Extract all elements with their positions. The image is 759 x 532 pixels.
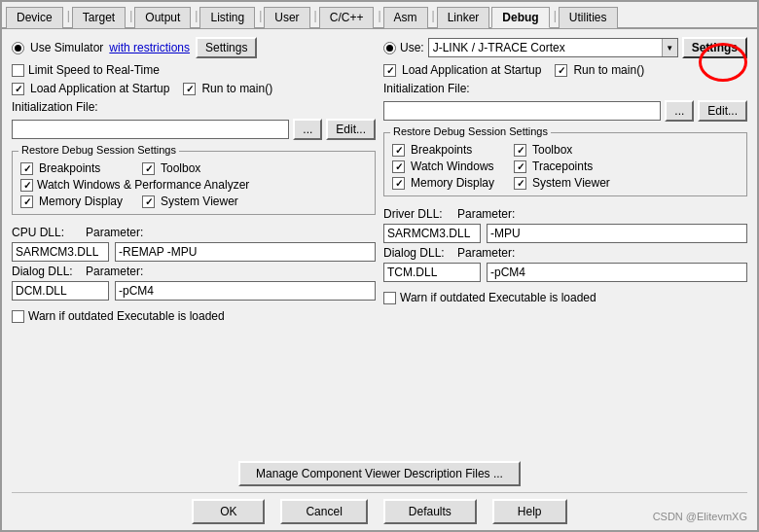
limit-speed-row: Limit Speed to Real-Time bbox=[12, 63, 376, 77]
final-buttons-row: OK Cancel Defaults Help bbox=[192, 499, 566, 524]
use-label: Use: bbox=[400, 41, 424, 54]
right-restore-group-title: Restore Debug Session Settings bbox=[390, 125, 551, 137]
right-driver-param-label: Parameter: bbox=[457, 207, 525, 221]
left-breakpoints-checkbox[interactable] bbox=[20, 162, 33, 175]
use-dropdown-arrow-btn[interactable]: ▼ bbox=[662, 39, 677, 56]
right-run-to-main-checkbox[interactable] bbox=[555, 64, 567, 77]
left-toolbox-checkbox[interactable] bbox=[142, 162, 155, 175]
ok-button[interactable]: OK bbox=[192, 499, 265, 524]
defaults-button[interactable]: Defaults bbox=[383, 499, 477, 524]
left-settings-button[interactable]: Settings bbox=[196, 37, 257, 58]
right-tracepoints-checkbox[interactable] bbox=[514, 160, 526, 173]
right-toolbox-label: Toolbox bbox=[532, 143, 572, 157]
right-driver-dll-value-row bbox=[383, 224, 747, 243]
tab-target[interactable]: Target bbox=[72, 7, 126, 28]
use-simulator-row: Use Simulator with restrictions Settings bbox=[12, 37, 376, 58]
left-dialog-dll-label-row: Dialog DLL: Parameter: bbox=[12, 265, 376, 278]
right-run-to-main-label: Run to main() bbox=[573, 63, 644, 77]
tab-device[interactable]: Device bbox=[6, 7, 63, 28]
right-dialog-param-input[interactable] bbox=[487, 263, 747, 282]
right-dialog-dll-input[interactable] bbox=[383, 263, 481, 282]
left-init-file-row: ... Edit... bbox=[12, 119, 376, 140]
right-init-file-input[interactable] bbox=[383, 101, 661, 121]
tab-bar: Device | Target | Output | Listing | Use… bbox=[2, 2, 757, 29]
right-settings-button[interactable]: Settings bbox=[682, 37, 747, 58]
left-watch-checkbox[interactable] bbox=[20, 179, 33, 192]
right-breakpoints-checkbox[interactable] bbox=[392, 144, 405, 157]
tab-user[interactable]: User bbox=[264, 7, 309, 28]
right-toolbox-checkbox[interactable] bbox=[514, 144, 526, 157]
left-edit-button[interactable]: Edit... bbox=[326, 119, 376, 140]
left-cpu-dll-value-row bbox=[12, 242, 376, 262]
right-edit-button[interactable]: Edit... bbox=[698, 100, 747, 122]
tab-debug[interactable]: Debug bbox=[491, 7, 549, 28]
use-simulator-radio[interactable] bbox=[12, 42, 24, 54]
left-load-app-label: Load Application at Startup bbox=[30, 82, 169, 95]
right-driver-param-input[interactable] bbox=[487, 224, 747, 243]
left-run-to-main-checkbox[interactable] bbox=[183, 83, 196, 95]
main-content: Use Simulator with restrictions Settings… bbox=[2, 29, 757, 455]
with-restrictions-link[interactable]: with restrictions bbox=[109, 41, 190, 54]
right-memory-checkbox[interactable] bbox=[392, 177, 405, 190]
left-memory-checkbox[interactable] bbox=[20, 195, 33, 208]
use-dropdown-value: J-LINK / J-TRACE Cortex bbox=[429, 41, 662, 54]
tab-sep-5: | bbox=[312, 6, 319, 27]
right-init-file-label: Initialization File: bbox=[383, 82, 747, 95]
two-column-layout: Use Simulator with restrictions Settings… bbox=[12, 37, 747, 323]
left-load-app-checkbox[interactable] bbox=[12, 83, 24, 95]
right-warn-label: Warn if outdated Executable is loaded bbox=[400, 291, 596, 304]
right-browse-button[interactable]: ... bbox=[665, 100, 694, 122]
left-load-row: Load Application at Startup Run to main(… bbox=[12, 82, 376, 95]
tab-cpp[interactable]: C/C++ bbox=[319, 7, 375, 28]
left-warn-checkbox[interactable] bbox=[12, 310, 24, 323]
left-breakpoints-label: Breakpoints bbox=[39, 161, 136, 175]
right-dialog-dll-label: Dialog DLL: bbox=[383, 246, 452, 260]
right-watch-label: Watch Windows bbox=[411, 160, 508, 173]
tab-sep-4: | bbox=[257, 6, 264, 27]
left-restore-group-title: Restore Debug Session Settings bbox=[18, 144, 179, 156]
right-driver-dll-label: Driver DLL: bbox=[383, 207, 452, 221]
tab-listing[interactable]: Listing bbox=[199, 7, 255, 28]
right-warn-checkbox[interactable] bbox=[383, 292, 396, 304]
left-browse-button[interactable]: ... bbox=[293, 119, 322, 140]
cancel-button[interactable]: Cancel bbox=[280, 499, 367, 524]
manage-component-button[interactable]: Manage Component Viewer Description File… bbox=[238, 461, 521, 486]
left-dialog-dll-value-row bbox=[12, 281, 376, 301]
left-cpu-param-input[interactable] bbox=[115, 242, 376, 262]
limit-speed-label: Limit Speed to Real-Time bbox=[28, 63, 160, 77]
tab-sep-7: | bbox=[430, 6, 437, 27]
left-breakpoints-toolbox-row: Breakpoints Toolbox bbox=[20, 161, 367, 175]
use-dropdown[interactable]: J-LINK / J-TRACE Cortex ▼ bbox=[428, 38, 678, 57]
left-cpu-dll-input[interactable] bbox=[12, 242, 109, 262]
right-watch-tracepoints-row: Watch Windows Tracepoints bbox=[392, 160, 739, 173]
right-load-app-label: Load Application at Startup bbox=[402, 63, 541, 77]
tab-sep-2: | bbox=[127, 6, 134, 27]
right-system-checkbox[interactable] bbox=[514, 177, 526, 190]
limit-speed-checkbox[interactable] bbox=[12, 64, 24, 77]
left-system-label: System Viewer bbox=[161, 195, 238, 208]
watermark: CSDN @ElitevmXG bbox=[653, 511, 747, 522]
right-dialog-dll-value-row bbox=[383, 263, 747, 282]
left-dll-section: CPU DLL: Parameter: Dialog DLL: Paramete… bbox=[12, 226, 376, 301]
bottom-area: Manage Component Viewer Description File… bbox=[2, 455, 757, 530]
right-system-label: System Viewer bbox=[532, 176, 610, 190]
tab-asm[interactable]: Asm bbox=[383, 7, 428, 28]
left-watch-row: Watch Windows & Performance Analyzer bbox=[20, 178, 367, 192]
left-cpu-dll-label-row: CPU DLL: Parameter: bbox=[12, 226, 376, 239]
tab-utilities[interactable]: Utilities bbox=[559, 7, 618, 28]
use-jlink-radio[interactable] bbox=[383, 42, 396, 54]
right-dialog-dll-label-row: Dialog DLL: Parameter: bbox=[383, 246, 747, 260]
left-system-checkbox[interactable] bbox=[142, 195, 155, 208]
left-dialog-dll-input[interactable] bbox=[12, 281, 109, 301]
left-dialog-param-input[interactable] bbox=[115, 281, 376, 301]
left-init-file-input[interactable] bbox=[12, 120, 289, 139]
tab-sep-3: | bbox=[193, 6, 199, 27]
right-driver-dll-input[interactable] bbox=[383, 224, 481, 243]
right-watch-checkbox[interactable] bbox=[392, 160, 405, 173]
left-warn-label: Warn if outdated Executable is loaded bbox=[28, 309, 225, 323]
right-load-app-checkbox[interactable] bbox=[383, 64, 396, 77]
tab-linker[interactable]: Linker bbox=[437, 7, 490, 28]
left-dialog-dll-label: Dialog DLL: bbox=[12, 265, 80, 278]
help-button[interactable]: Help bbox=[492, 499, 567, 524]
tab-output[interactable]: Output bbox=[134, 7, 191, 28]
